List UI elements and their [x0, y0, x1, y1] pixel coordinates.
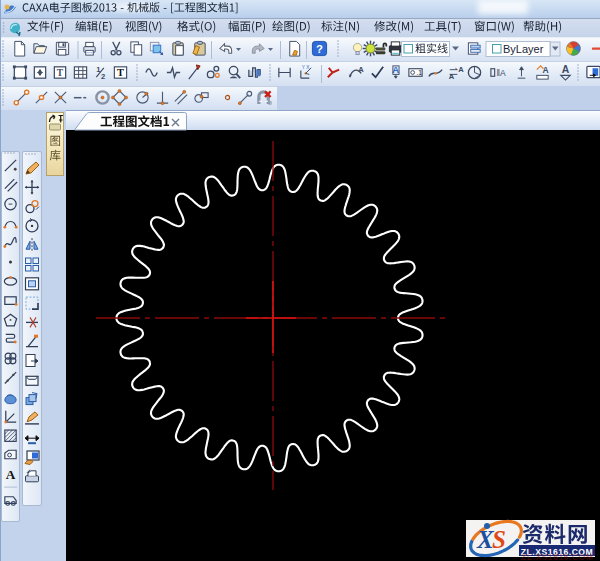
svg-text:T: T — [57, 68, 64, 78]
svg-text:ZL.XS1616.COM: ZL.XS1616.COM — [521, 552, 593, 561]
svg-text:A: A — [449, 72, 455, 81]
svg-text:.1: .1 — [416, 69, 422, 76]
svg-text:?: ? — [316, 43, 323, 55]
svg-text:A: A — [543, 65, 549, 75]
svg-text:A: A — [458, 66, 464, 75]
svg-text:S: S — [492, 526, 506, 553]
svg-text:Y X: Y X — [302, 65, 310, 70]
svg-text:‖A: ‖A — [497, 68, 507, 78]
svg-text:A: A — [358, 65, 364, 74]
svg-text:A: A — [6, 467, 16, 482]
svg-text:T: T — [117, 67, 124, 78]
svg-text:2: 2 — [101, 72, 105, 81]
svg-text:A: A — [562, 64, 570, 75]
svg-text:ByLayer: ByLayer — [503, 43, 544, 55]
